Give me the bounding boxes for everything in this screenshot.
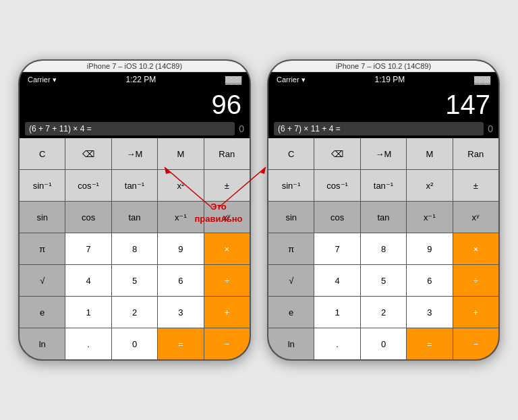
status-icons-2: ▓▓▓ bbox=[474, 76, 490, 84]
phones-wrapper: iPhone 7 – iOS 10.2 (14C89) Carrier ▾ 1:… bbox=[18, 59, 500, 361]
status-icons-1: ▓▓▓ bbox=[225, 76, 241, 84]
svg-marker-3 bbox=[260, 167, 266, 174]
calc-btn-3[interactable]: M bbox=[158, 138, 203, 169]
calc-btn-2[interactable]: →M bbox=[112, 138, 157, 169]
calc-result-right: 147 bbox=[268, 87, 498, 121]
calc-btn-13[interactable]: x⁻¹ bbox=[407, 202, 452, 233]
calc-btn-31[interactable]: . bbox=[65, 328, 111, 359]
status-time-1: 1:22 PM bbox=[125, 75, 156, 84]
calc-btn-6[interactable]: cos⁻¹ bbox=[314, 170, 359, 201]
calc-btn-25[interactable]: e bbox=[20, 297, 65, 328]
calc-btn-11[interactable]: cos bbox=[314, 202, 359, 233]
calc-btn-4[interactable]: Ran bbox=[204, 138, 250, 169]
calc-btn-8[interactable]: x² bbox=[158, 170, 203, 201]
calc-btn-9[interactable]: ± bbox=[453, 170, 498, 201]
calc-btn-10[interactable]: sin bbox=[268, 202, 314, 233]
calc-btn-3[interactable]: M bbox=[407, 138, 452, 169]
calc-btn-25[interactable]: e bbox=[268, 297, 314, 328]
calc-btn-32[interactable]: 0 bbox=[112, 328, 157, 359]
calc-btn-30[interactable]: ln bbox=[268, 328, 314, 359]
calc-btn-24[interactable]: ÷ bbox=[204, 265, 250, 296]
calc-btn-21[interactable]: 4 bbox=[65, 265, 111, 296]
calc-btn-5[interactable]: sin⁻¹ bbox=[20, 170, 65, 201]
calc-btn-18[interactable]: 9 bbox=[407, 233, 452, 264]
calc-btn-31[interactable]: . bbox=[314, 328, 359, 359]
calc-buttons-right: C⌫→MMRansin⁻¹cos⁻¹tan⁻¹x²±sincostanx⁻¹xʸ… bbox=[268, 138, 498, 359]
calc-btn-18[interactable]: 9 bbox=[158, 233, 203, 264]
calc-btn-22[interactable]: 5 bbox=[112, 265, 157, 296]
calc-right: 147 0 C⌫→MMRansin⁻¹cos⁻¹tan⁻¹x²±sincosta… bbox=[268, 87, 498, 359]
calc-btn-20[interactable]: √ bbox=[268, 265, 314, 296]
status-left-2: Carrier ▾ bbox=[277, 76, 306, 84]
calc-btn-2[interactable]: →M bbox=[361, 138, 406, 169]
calc-buttons-left: C⌫→MMRansin⁻¹cos⁻¹tan⁻¹x²±sincostanx⁻¹xʸ… bbox=[20, 138, 250, 359]
calc-btn-23[interactable]: 6 bbox=[407, 265, 452, 296]
calc-btn-30[interactable]: ln bbox=[20, 328, 65, 359]
calc-btn-1[interactable]: ⌫ bbox=[314, 138, 359, 169]
calc-btn-0[interactable]: C bbox=[268, 138, 314, 169]
calc-btn-21[interactable]: 4 bbox=[314, 265, 359, 296]
calc-btn-20[interactable]: √ bbox=[20, 265, 65, 296]
calc-btn-27[interactable]: 2 bbox=[361, 297, 406, 328]
calc-expression-left[interactable] bbox=[25, 122, 235, 136]
calc-btn-33[interactable]: = bbox=[407, 328, 452, 359]
calc-expression-right[interactable] bbox=[274, 122, 484, 136]
calc-btn-33[interactable]: = bbox=[158, 328, 203, 359]
calc-btn-9[interactable]: ± bbox=[204, 170, 250, 201]
calc-btn-5[interactable]: sin⁻¹ bbox=[268, 170, 314, 201]
calc-btn-19[interactable]: × bbox=[204, 233, 250, 264]
calc-zero-right: 0 bbox=[488, 123, 493, 134]
calc-btn-6[interactable]: cos⁻¹ bbox=[65, 170, 111, 201]
calc-btn-15[interactable]: π bbox=[268, 233, 314, 264]
calc-btn-26[interactable]: 1 bbox=[314, 297, 359, 328]
calc-left: 96 0 C⌫→MMRansin⁻¹cos⁻¹tan⁻¹x²±sincostan… bbox=[20, 87, 250, 359]
calc-btn-23[interactable]: 6 bbox=[158, 265, 203, 296]
calc-btn-22[interactable]: 5 bbox=[361, 265, 406, 296]
calc-btn-24[interactable]: ÷ bbox=[453, 265, 498, 296]
phone-left: iPhone 7 – iOS 10.2 (14C89) Carrier ▾ 1:… bbox=[18, 59, 251, 361]
calc-btn-26[interactable]: 1 bbox=[65, 297, 111, 328]
calc-btn-7[interactable]: tan⁻¹ bbox=[361, 170, 406, 201]
calc-btn-16[interactable]: 7 bbox=[65, 233, 111, 264]
calc-btn-8[interactable]: x² bbox=[407, 170, 452, 201]
calc-zero-left: 0 bbox=[239, 123, 244, 134]
calc-btn-17[interactable]: 8 bbox=[112, 233, 157, 264]
calc-btn-29[interactable]: + bbox=[204, 297, 250, 328]
calc-btn-16[interactable]: 7 bbox=[314, 233, 359, 264]
phone-right-status: Carrier ▾ 1:19 PM ▓▓▓ bbox=[268, 72, 498, 87]
calc-btn-28[interactable]: 3 bbox=[158, 297, 203, 328]
calc-btn-1[interactable]: ⌫ bbox=[65, 138, 111, 169]
calc-btn-14[interactable]: xʸ bbox=[453, 202, 498, 233]
phone-left-status: Carrier ▾ 1:22 PM ▓▓▓ bbox=[20, 72, 250, 87]
phone-right: iPhone 7 – iOS 10.2 (14C89) Carrier ▾ 1:… bbox=[267, 59, 500, 361]
calc-btn-32[interactable]: 0 bbox=[361, 328, 406, 359]
calc-btn-15[interactable]: π bbox=[20, 233, 65, 264]
calc-btn-12[interactable]: tan bbox=[112, 202, 157, 233]
calc-btn-34[interactable]: − bbox=[453, 328, 498, 359]
calc-expression-row-left: 0 bbox=[20, 121, 250, 138]
calc-result-left: 96 bbox=[20, 87, 250, 121]
calc-btn-14[interactable]: xʸ bbox=[204, 202, 250, 233]
calc-btn-29[interactable]: + bbox=[453, 297, 498, 328]
calc-btn-4[interactable]: Ran bbox=[453, 138, 498, 169]
calc-btn-19[interactable]: × bbox=[453, 233, 498, 264]
calc-btn-11[interactable]: cos bbox=[65, 202, 111, 233]
status-time-2: 1:19 PM bbox=[374, 75, 405, 84]
calc-btn-28[interactable]: 3 bbox=[407, 297, 452, 328]
calc-expression-row-right: 0 bbox=[268, 121, 498, 138]
calc-btn-0[interactable]: C bbox=[20, 138, 65, 169]
calc-btn-34[interactable]: − bbox=[204, 328, 250, 359]
calc-btn-17[interactable]: 8 bbox=[361, 233, 406, 264]
phone-right-title: iPhone 7 – iOS 10.2 (14C89) bbox=[268, 61, 498, 72]
status-left-1: Carrier ▾ bbox=[28, 76, 57, 84]
calc-btn-12[interactable]: tan bbox=[361, 202, 406, 233]
calc-btn-10[interactable]: sin bbox=[20, 202, 65, 233]
calc-btn-7[interactable]: tan⁻¹ bbox=[112, 170, 157, 201]
calc-btn-13[interactable]: x⁻¹ bbox=[158, 202, 203, 233]
phone-left-title: iPhone 7 – iOS 10.2 (14C89) bbox=[20, 61, 250, 72]
calc-btn-27[interactable]: 2 bbox=[112, 297, 157, 328]
